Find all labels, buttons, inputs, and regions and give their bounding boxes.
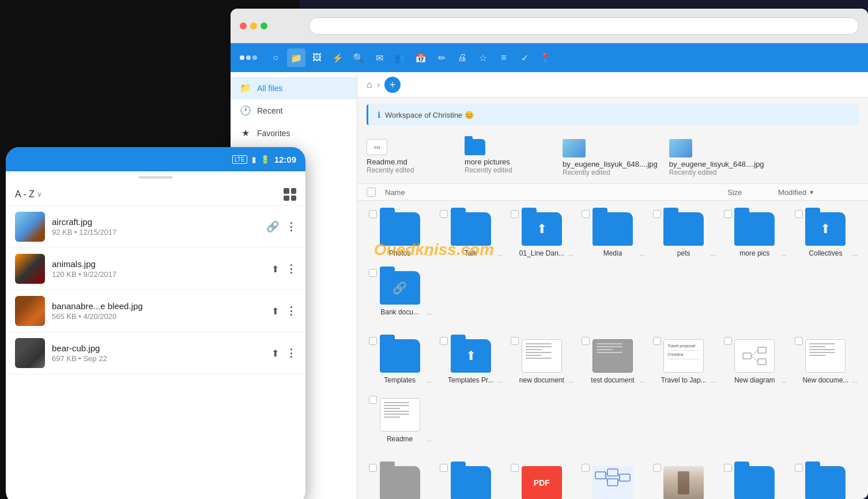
- grid-item-user[interactable]: user ···: [367, 462, 433, 499]
- sidebar-item-recent[interactable]: 🕐 Recent: [231, 99, 357, 122]
- nav-icon-notes[interactable]: ✏: [432, 48, 451, 67]
- grid-item-newdoc[interactable]: new document ···: [508, 335, 575, 389]
- nav-icon-list[interactable]: ≡: [495, 48, 513, 67]
- share-icon[interactable]: ⬆: [271, 306, 279, 317]
- share-icon[interactable]: ⬆: [271, 348, 279, 359]
- sidebar-item-favorites[interactable]: ★ Favorites: [231, 122, 357, 144]
- nav-icon-contacts[interactable]: 👥: [391, 48, 409, 67]
- recent-item[interactable]: md Readme.md Recently edited: [367, 139, 453, 177]
- grid-item-modeles[interactable]: Modèles ···: [437, 462, 504, 499]
- item-checkbox[interactable]: [369, 464, 377, 472]
- item-checkbox[interactable]: [724, 464, 732, 472]
- grid-item-contactsbackup[interactable]: .Contacts-Backup• ···: [722, 462, 788, 499]
- item-checkbox[interactable]: [369, 396, 377, 404]
- minimize-button[interactable]: [250, 22, 257, 29]
- grid-item-testdoc[interactable]: test document ···: [579, 335, 646, 389]
- more-options-icon[interactable]: ···: [639, 252, 644, 258]
- item-checkbox[interactable]: [724, 337, 732, 345]
- more-options-icon[interactable]: ···: [852, 252, 858, 258]
- grid-item-templatespr[interactable]: ⬆ Templates Pr... ···: [437, 335, 504, 389]
- grid-item-collectives[interactable]: ⬆ Collectives ···: [792, 208, 859, 262]
- list-item[interactable]: animals.jpg 120 KB • 9/22/2017 ⬆ ⋮: [6, 248, 305, 290]
- nav-icon-activity[interactable]: ⚡: [329, 48, 347, 67]
- grid-item-photos[interactable]: Photos ···: [367, 208, 433, 262]
- nav-icon-files[interactable]: 📁: [287, 48, 305, 67]
- more-options-icon[interactable]: ···: [568, 252, 573, 258]
- grid-item-flowchart[interactable]: FlowChart-Pro ···: [579, 462, 646, 499]
- column-modified[interactable]: Modified ▼: [778, 188, 859, 197]
- item-checkbox[interactable]: [511, 464, 519, 472]
- more-options-icon[interactable]: ···: [427, 378, 432, 385]
- item-checkbox[interactable]: [653, 464, 661, 472]
- more-options-icon[interactable]: ···: [782, 252, 787, 258]
- sidebar-item-allfiles[interactable]: 📁 All files: [231, 77, 357, 99]
- grid-item-newdocume[interactable]: New docume... ···: [792, 335, 859, 389]
- grid-item-talk[interactable]: Talk ···: [437, 208, 504, 262]
- home-icon[interactable]: ⌂: [367, 80, 372, 90]
- item-checkbox[interactable]: [582, 337, 590, 345]
- grid-item-morepics[interactable]: more pics ···: [722, 208, 788, 262]
- item-checkbox[interactable]: [369, 337, 377, 345]
- list-item[interactable]: bananabre...e bleed.jpg 565 KB • 4/20/20…: [6, 290, 305, 332]
- recent-item[interactable]: by_eugene_lisyuk_648....jpg Recently edi…: [563, 139, 658, 177]
- nav-icon-location[interactable]: 📍: [536, 48, 554, 67]
- item-checkbox[interactable]: [582, 210, 590, 218]
- item-checkbox[interactable]: [795, 337, 803, 345]
- more-options-icon[interactable]: ···: [639, 378, 644, 385]
- grid-item-newdiagram[interactable]: New diagram ···: [722, 335, 788, 389]
- item-checkbox[interactable]: [369, 210, 377, 218]
- recent-item[interactable]: more pictures Recently edited: [465, 139, 551, 177]
- share-icon[interactable]: ⬆: [271, 264, 279, 275]
- grid-view-toggle[interactable]: [284, 188, 296, 201]
- grid-item-bankdoc[interactable]: 🔗 Bank docu... ···: [367, 267, 433, 321]
- list-item[interactable]: aircraft.jpg 92 KB • 12/15/2017 🔗 ⋮: [6, 206, 305, 248]
- grid-item-nextclouds[interactable]: PDF Nextcloud_S... ···: [508, 462, 575, 499]
- nav-icon-mail[interactable]: ✉: [370, 48, 388, 67]
- more-options-icon[interactable]: ···: [852, 378, 858, 385]
- item-checkbox[interactable]: [582, 464, 590, 472]
- item-checkbox[interactable]: [653, 337, 661, 345]
- item-checkbox[interactable]: [511, 337, 519, 345]
- address-bar[interactable]: [309, 17, 859, 35]
- grid-item-media[interactable]: Media ···: [579, 208, 646, 262]
- more-options-icon[interactable]: ···: [427, 252, 432, 258]
- item-checkbox[interactable]: [724, 210, 732, 218]
- item-checkbox[interactable]: [440, 210, 448, 218]
- list-item[interactable]: bear-cub.jpg 697 KB • Sep 22 ⬆ ⋮: [6, 332, 305, 374]
- nav-icon-check[interactable]: ✓: [515, 48, 534, 67]
- more-options-icon[interactable]: ···: [568, 378, 573, 385]
- item-checkbox[interactable]: [795, 210, 803, 218]
- grid-item-readme[interactable]: Readme ···: [367, 393, 433, 448]
- grid-item-pets[interactable]: pets ···: [651, 208, 717, 262]
- item-checkbox[interactable]: [440, 464, 448, 472]
- more-options-icon[interactable]: ···: [427, 437, 432, 444]
- more-options-icon[interactable]: ···: [497, 252, 503, 258]
- item-checkbox[interactable]: [440, 337, 448, 345]
- recent-item[interactable]: by_eugene_lisyuk_648....jpg Recently edi…: [669, 139, 764, 177]
- more-options-icon[interactable]: ⋮: [286, 220, 296, 233]
- item-checkbox[interactable]: [653, 210, 661, 218]
- nav-icon-circle[interactable]: ○: [266, 48, 285, 67]
- item-checkbox[interactable]: [511, 210, 519, 218]
- nav-icon-calendar[interactable]: 📅: [412, 48, 430, 67]
- more-options-icon[interactable]: ⋮: [286, 262, 296, 275]
- close-button[interactable]: [240, 22, 247, 29]
- link-icon[interactable]: 🔗: [266, 220, 279, 233]
- grid-item-myhairtoday[interactable]: my hair today ···: [651, 462, 717, 499]
- add-button[interactable]: +: [384, 77, 401, 93]
- column-size[interactable]: Size: [727, 188, 773, 197]
- more-options-icon[interactable]: ···: [497, 378, 503, 385]
- item-checkbox[interactable]: [369, 269, 377, 277]
- grid-item-traveljap[interactable]: Travel proposal Christine Travel to Jap.…: [651, 335, 717, 389]
- grid-item-calendarbackup[interactable]: .Calendar-Backup• ···: [792, 462, 859, 499]
- grid-item-templates[interactable]: Templates ···: [367, 335, 433, 389]
- more-options-icon[interactable]: ···: [711, 378, 716, 385]
- more-options-icon[interactable]: ⋮: [286, 347, 296, 359]
- nav-icon-star[interactable]: ☆: [474, 48, 492, 67]
- select-all-checkbox[interactable]: [367, 187, 376, 197]
- more-options-icon[interactable]: ⋮: [286, 305, 296, 317]
- nav-icon-search[interactable]: 🔍: [349, 48, 368, 67]
- item-checkbox[interactable]: [795, 464, 803, 472]
- nav-icon-photos[interactable]: 🖼: [308, 48, 326, 67]
- grid-item-linedan[interactable]: ⬆ 01_Line Dan... ···: [508, 208, 575, 262]
